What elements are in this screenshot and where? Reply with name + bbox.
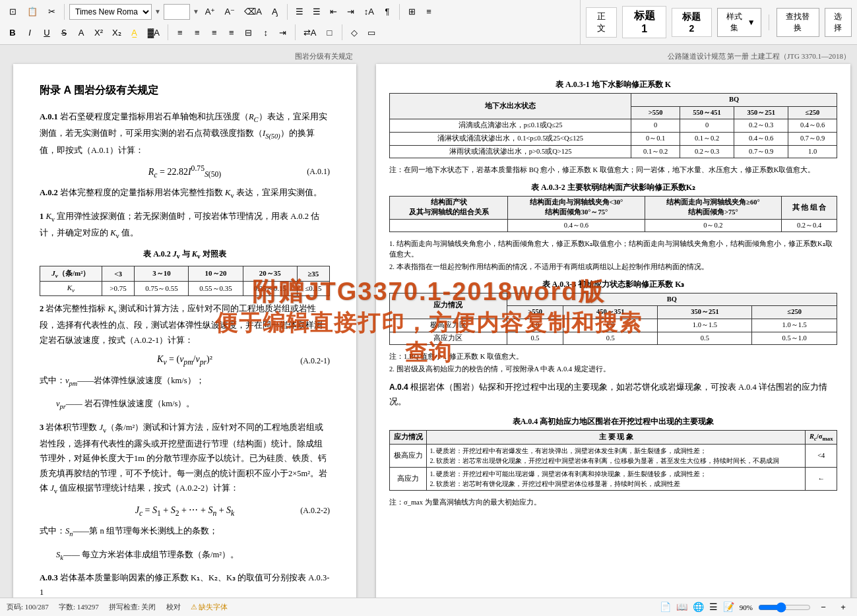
section-a03-preview: A.0.3 岩体基本质量影响因素的修正系数 K₁、K₂、K₃ 的取值可分别按表 … (40, 570, 330, 598)
table-a02-header-20-35: 20～35 (243, 266, 297, 281)
subsection2-num: 2 (40, 304, 44, 313)
align-justify-button[interactable]: ≡ (224, 24, 239, 40)
zoom-slider[interactable] (758, 602, 811, 613)
style-normal-button[interactable]: 正文 (586, 7, 617, 38)
indent-increase-button[interactable]: ⇥ (344, 4, 358, 20)
style-h2-button[interactable]: 标题 2 (672, 8, 712, 37)
subsection2-text: 岩体完整性指标 Kv 测试和计算方法，应针对不同的工程地质岩组或岩性段，选择有代… (40, 304, 323, 345)
bold-button[interactable]: B (5, 24, 20, 40)
show-hide-button[interactable]: ¶ (380, 4, 395, 20)
select-button[interactable]: 选择 (825, 8, 852, 37)
table-a04-row2-rc: ← (806, 468, 837, 491)
toolbar: ⊡ 📋 ✂ Times New Roma ▼ 53.5 ▼ A⁺ A⁻ ⌫A A… (0, 0, 857, 45)
table-a033-header-stress: 应力情况 (390, 293, 507, 319)
table-a031-row3-v4: 1.0 (788, 145, 837, 158)
table-a031-row2-v1: 0～0.1 (631, 133, 680, 146)
formula-a021-label: (A.0.2-1) (300, 355, 330, 365)
table-a033: 应力情况 BQ >550 450～351 350～251 ≤250 极高应力区 … (389, 293, 837, 346)
formula-note3: 式中：Sn——第 n 组节理每米长测线上的条数； (40, 524, 330, 540)
warning-text: ⚠ 缺失字体 (191, 602, 228, 612)
table-a032-header1: 结构面产状及其与洞轴线的组合关系 (390, 197, 508, 219)
align-center-button[interactable]: ≡ (190, 24, 205, 40)
font-name-selector[interactable]: Times New Roma (69, 4, 152, 20)
font-size-input[interactable]: 53.5 (164, 4, 190, 20)
table-a033-title: 表 A.0.3-3 初始应力状态影响修正系数 K₃ (389, 279, 837, 290)
subsection3-num: 3 (40, 423, 44, 432)
main-content: 围岩分级有关规定 附录 A 围岩分级有关规定 A.0.1 岩石坚硬程度定量指标用… (0, 45, 857, 598)
table-a032-v2: 0～0.2 (645, 219, 781, 232)
formula-note1: 式中：vpm——岩体弹性纵波速度（km/s）； (40, 373, 330, 390)
right-panel[interactable]: 公路隧道设计规范 第一册 土建工程（JTG 3370.1—2018） 表 A.0… (369, 45, 857, 598)
zoom-in-button[interactable]: + (836, 600, 850, 615)
table-a033-row2-v1: 0.5 (507, 332, 563, 345)
table-a031: 地下水出水状态 BQ >550 550～451 350～251 ≤250 涓滴或… (389, 93, 837, 158)
section-a04-title: A.0.4 (389, 383, 408, 392)
find-replace-button[interactable]: 查找替换 (777, 8, 819, 37)
text-box-button[interactable]: ▭ (364, 24, 379, 40)
strikethrough-button[interactable]: S̶ (57, 24, 71, 40)
font-shrink-button[interactable]: A⁻ (221, 4, 238, 20)
text-dir-button[interactable]: ⇄A (300, 24, 320, 40)
paragraph-indent-button[interactable]: ⇥ (276, 24, 290, 40)
appendix-title: 附录 A 围岩分级有关规定 (40, 84, 330, 98)
cut-button[interactable]: ✂ (44, 5, 59, 18)
table-a031-row2-v4: 0.7～0.9 (788, 133, 837, 146)
separator-style (769, 15, 769, 30)
line-spacing2-button[interactable]: ↕ (259, 24, 273, 40)
section-a02-title: A.0.2 (40, 188, 58, 197)
format-style-button[interactable]: ⊡ (5, 5, 20, 18)
paste-button[interactable]: 📋 (23, 5, 42, 18)
table-row: 淋雨状或涌流状渗出水，p>0.5或Q>125 0.1～0.2 0.2～0.3 0… (390, 145, 837, 158)
clear-format-button[interactable]: ⌫A (241, 4, 265, 20)
border-button[interactable]: □ (323, 24, 337, 40)
shading-button[interactable]: ▓A (144, 24, 163, 40)
separator3 (399, 4, 400, 20)
font-color-button[interactable]: A (74, 24, 88, 40)
table-a031-row1-v3: 0.2～0.3 (734, 119, 788, 133)
superscript-button[interactable]: X² (91, 24, 106, 40)
left-panel[interactable]: 围岩分级有关规定 附录 A 围岩分级有关规定 A.0.1 岩石坚硬程度定量指标用… (0, 45, 369, 598)
indent-decrease-button[interactable]: ⇤ (327, 4, 341, 20)
subsection1-text: Kv 宜用弹性波探测值；若无探测值时，可按岩体节理情况，用表 A.0.2 估计，… (40, 212, 319, 237)
table-a031-row1-state: 涓滴或点滴渗出水，p≤0.1或Q≤25 (390, 119, 631, 133)
align-right-button[interactable]: ≡ (207, 24, 222, 40)
shape-fill-button[interactable]: ◇ (347, 24, 362, 40)
formula-a022: Jc = S1 + S2 + ⋯ + Sn + Sk (A.0.2-2) (40, 505, 330, 518)
paragraph-settings-button[interactable]: ⊞ (404, 4, 419, 20)
underline-button[interactable]: U (40, 24, 54, 40)
list-unordered-button[interactable]: ☰ (292, 4, 307, 20)
table-a033-row1-v2: 1.0 (563, 319, 658, 332)
table-a04-header-phenomena: 主 要 现 象 (427, 430, 806, 444)
style-h1-button[interactable]: 标题 1 (622, 6, 666, 38)
separator2 (287, 4, 288, 20)
align-left-button[interactable]: ≡ (173, 24, 187, 40)
table-a032-empty (390, 219, 508, 232)
view-icon-4[interactable]: ☰ (709, 601, 718, 613)
proofread[interactable]: 校对 (166, 602, 181, 612)
table-a02-header-10-20: 10～20 (189, 266, 243, 281)
table-a04-row2-stress: 高应力 (390, 468, 427, 491)
subsection1: 1 Kv 宜用弹性波探测值；若无探测值时，可按岩体节理情况，用表 A.0.2 估… (40, 209, 330, 243)
subscript-button[interactable]: X₂ (109, 24, 125, 40)
columns-button[interactable]: ⊟ (241, 24, 256, 40)
italic-button[interactable]: I (22, 24, 37, 40)
right-tab-label: 公路隧道设计规范 第一册 土建工程（JTG 3370.1—2018） (376, 51, 850, 61)
styles-dropdown-button[interactable]: 样式集 ▼ (717, 8, 761, 37)
highlight-button[interactable]: A̲ (127, 24, 142, 40)
table-a033-bq-250: ≤250 (752, 306, 837, 319)
line-spacing-button[interactable]: ≡ (422, 4, 436, 20)
zoom-out-button[interactable]: − (816, 600, 831, 615)
subsection2: 2 岩体完整性指标 Kv 测试和计算方法，应针对不同的工程地质岩组或岩性段，选择… (40, 301, 330, 348)
view-icon-3[interactable]: 🌐 (693, 601, 704, 613)
view-icon-2[interactable]: 📖 (676, 601, 687, 613)
font-grow-button[interactable]: A⁺ (202, 4, 219, 20)
table-a02: Jv（条/m²） <3 3～10 10～20 20～35 ≥35 Kv >0.7… (40, 266, 330, 296)
view-icon-5[interactable]: 📝 (723, 601, 734, 613)
sort-button[interactable]: ↕A (361, 4, 377, 20)
table-a031-header-bq: BQ (631, 94, 837, 107)
table-a032-header4: 其 他 组 合 (782, 197, 837, 219)
table-a033-row1-stress: 极高应力区 (390, 319, 507, 332)
list-ordered-button[interactable]: ☰ (309, 4, 324, 20)
text-effect-button[interactable]: A̧ (268, 4, 282, 20)
view-icon-1[interactable]: 📄 (660, 601, 671, 613)
